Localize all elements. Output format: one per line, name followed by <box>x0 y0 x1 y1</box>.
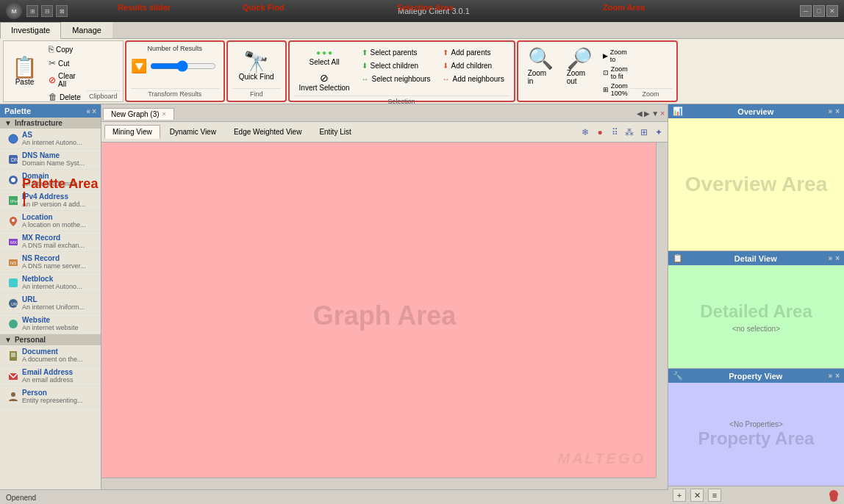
zoom-in-button[interactable]: 🔍 Zoom in <box>523 45 559 89</box>
delete-button[interactable]: 🗑 Delete <box>46 90 84 104</box>
view-tab-dynamic[interactable]: Dynamic View <box>162 125 224 139</box>
palette-item-document[interactable]: Document A document on the... <box>0 345 101 366</box>
category-personal[interactable]: ▼ Personal <box>0 334 101 345</box>
tab-close-all-icon[interactable]: × <box>660 109 665 118</box>
palette-item-as[interactable]: AS An internet Autono... <box>0 129 101 149</box>
property-panel: 🔧 Property View » × <No Properties> Prop… <box>668 369 844 504</box>
paste-label: Paste <box>15 78 35 86</box>
green-circle-icon: ● <box>316 48 321 57</box>
icon2[interactable]: ⊟ <box>41 5 53 17</box>
network-view-icon[interactable]: ⠿ <box>609 126 621 138</box>
palette-item-netblock[interactable]: Netblock An internet Autono... <box>0 273 101 293</box>
clear-all-button[interactable]: ⊘ Clear All <box>46 71 84 90</box>
palette-item-email[interactable]: Email Address An email address <box>0 366 101 386</box>
palette-pin-icon[interactable]: × <box>92 107 96 115</box>
palette-item-mx[interactable]: MX MX Record A DNS mail exchan... <box>0 231 101 252</box>
add-parents-label: Add parents <box>451 48 491 57</box>
tab-left-arrow[interactable]: ◀ <box>637 109 643 118</box>
website-desc: An internet website <box>22 324 96 331</box>
view-tab-mining[interactable]: Mining View <box>104 125 160 139</box>
settings-icon[interactable]: ✦ <box>653 126 665 138</box>
tab-right-arrow[interactable]: ▶ <box>644 109 650 118</box>
add-children-button[interactable]: ⬇ Add children <box>439 60 508 72</box>
add-neighbours-button[interactable]: ↔ Add neighbours <box>439 73 508 85</box>
category-infrastructure[interactable]: ▼ Infrastructure <box>0 118 101 129</box>
copy-button[interactable]: ⎘ Copy <box>46 43 84 56</box>
overview-expand-icon[interactable]: » <box>829 107 833 115</box>
find-label: Find <box>232 88 281 98</box>
view-tab-edge-weighted[interactable]: Edge Weighted View <box>226 125 310 139</box>
add-tree-buttons: ⬆ Add parents ⬇ Add children ↔ Add neigh… <box>439 46 508 85</box>
maximize-button[interactable]: □ <box>813 5 825 17</box>
tab-dropdown-icon[interactable]: ▼ <box>651 109 659 118</box>
property-close-icon[interactable]: × <box>835 372 840 380</box>
results-slider[interactable] <box>150 60 216 72</box>
close-button[interactable]: ✕ <box>826 5 838 17</box>
layout-icon[interactable]: ⊞ <box>638 126 650 138</box>
palette-collapse-icon[interactable]: « <box>87 107 91 115</box>
paste-button[interactable]: 📋 Paste <box>7 54 43 90</box>
palette-content: ▼ Infrastructure AS An internet Autono..… <box>0 118 101 489</box>
document-icon <box>7 350 19 361</box>
clear-all-label: Clear All <box>58 72 81 88</box>
zoom-to-fit-button[interactable]: ⊡ Zoom to fit <box>601 65 630 81</box>
circle-dot-icon[interactable]: ● <box>594 126 606 138</box>
detail-expand-icon[interactable]: » <box>829 254 833 262</box>
property-delete-button[interactable]: ✕ <box>690 489 704 502</box>
detail-close-icon[interactable]: × <box>835 254 840 262</box>
graph-tab-close-icon[interactable]: × <box>162 110 166 118</box>
svg-point-21 <box>11 392 15 397</box>
document-name: Document <box>22 348 96 356</box>
overview-area-label: Overview Area <box>685 173 828 196</box>
icon3[interactable]: ⊠ <box>56 5 68 17</box>
svg-point-15 <box>9 320 18 328</box>
palette-item-website[interactable]: Website An internet website <box>0 314 101 334</box>
property-add-button[interactable]: + <box>673 489 686 502</box>
tab-investigate[interactable]: Investigate <box>0 22 61 39</box>
palette-item-person[interactable]: Person Entity representing... <box>0 386 101 407</box>
as-name: AS <box>22 131 96 139</box>
ribbon-content: 📋 Paste ⎘ Copy ✂ Cut ⊘ Clear Al <box>0 39 844 104</box>
minimize-button[interactable]: ─ <box>800 5 812 17</box>
cut-button[interactable]: ✂ Cut <box>46 57 84 70</box>
zoom-to-button[interactable]: ▶ Zoom to <box>601 48 630 64</box>
zoom-out-button[interactable]: 🔎 Zoom out <box>562 45 598 89</box>
palette-item-url[interactable]: URL URL An internet Uniform... <box>0 293 101 314</box>
palette-item-ns[interactable]: NS NS Record A DNS name server... <box>0 252 101 273</box>
center-content: New Graph (3) × ◀ ▶ ▼ × Mining View Dyna… <box>101 104 668 489</box>
select-parents-button[interactable]: ⬆ Select parents <box>358 46 434 59</box>
green-circle-icon3: ● <box>328 48 332 57</box>
property-more-button[interactable]: ≡ <box>708 489 721 502</box>
tab-manage[interactable]: Manage <box>61 22 112 38</box>
select-parents-icon: ⬆ <box>362 48 368 57</box>
graph-scrollbar-horizontal[interactable] <box>101 478 656 489</box>
graph-scrollbar-vertical[interactable] <box>656 143 668 478</box>
slider-wrapper: 🔽 <box>131 55 219 77</box>
palette-item-dns[interactable]: DNS DNS Name Domain Name Syst... <box>0 149 101 170</box>
palette-item-location[interactable]: Location A location on mothe... <box>0 211 101 231</box>
graph-view-tabs: Mining View Dynamic View Edge Weighted V… <box>101 122 668 143</box>
snowflake-icon[interactable]: ❄ <box>579 126 591 138</box>
palette-item-ipv4[interactable]: IPv4 IPv4 Address An IP version 4 add... <box>0 190 101 211</box>
domain-icon <box>7 174 19 186</box>
zoom-to-fit-icon: ⊡ <box>603 69 609 76</box>
overview-close-icon[interactable]: × <box>835 107 840 115</box>
palette-item-domain[interactable]: Domain An internet domain <box>0 170 101 190</box>
graph-tab-new[interactable]: New Graph (3) × <box>103 108 174 120</box>
zoom-100-button[interactable]: ⊞ Zoom 100% <box>601 82 630 98</box>
add-parents-button[interactable]: ⬆ Add parents <box>439 46 508 59</box>
icon1[interactable]: ⊞ <box>26 5 38 17</box>
clipboard-group: 📋 Paste ⎘ Copy ✂ Cut ⊘ Clear Al <box>3 40 124 102</box>
property-expand-icon[interactable]: » <box>829 372 833 380</box>
property-title: Property View <box>729 372 782 381</box>
svg-point-0 <box>9 134 18 143</box>
clipboard-main: 📋 Paste <box>7 43 43 100</box>
select-all-button[interactable]: ● ● ● Select All <box>305 46 343 68</box>
select-neighbours-button[interactable]: ↔ Select neighbours <box>358 73 434 85</box>
select-children-button[interactable]: ⬇ Select children <box>358 60 434 72</box>
view-tab-entity-list[interactable]: Entity List <box>311 125 359 139</box>
invert-selection-button[interactable]: ⊘ Invert Selection <box>296 70 354 94</box>
quick-find-button[interactable]: 🔭 Quick Find <box>234 48 279 84</box>
overview-icon: 📊 <box>673 107 683 116</box>
tree-view-icon[interactable]: ⁂ <box>623 126 635 138</box>
